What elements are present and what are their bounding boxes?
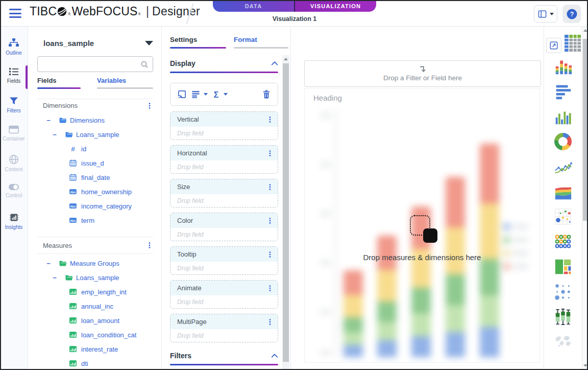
chart-type-horizontal-bar-icon[interactable] <box>553 82 573 101</box>
bucket-dropzone[interactable]: Drop field <box>170 228 278 241</box>
delete-button[interactable] <box>262 89 271 99</box>
scrollbar-thumb[interactable] <box>283 63 289 362</box>
tab-variables[interactable]: Variables <box>97 77 153 89</box>
bucket-horizontal[interactable]: Horizontal Drop field <box>170 145 278 174</box>
kebab-menu-icon[interactable] <box>146 241 153 249</box>
bucket-dropzone[interactable]: Drop field <box>170 194 278 207</box>
field-item[interactable]: annual_inc <box>28 299 161 313</box>
bucket-animate[interactable]: Animate Drop field <box>170 280 278 309</box>
bucket-tooltip[interactable]: Tooltip Drop field <box>170 246 278 275</box>
field-item[interactable]: issue_d <box>28 156 161 170</box>
scroll-up-arrow[interactable] <box>583 29 587 32</box>
tab-visualization[interactable]: VISUALIZATION <box>294 0 376 12</box>
chart-type-boxplot-icon[interactable] <box>553 307 573 327</box>
window-scrollbar[interactable] <box>582 27 588 370</box>
chart-type-bubble-matrix-icon[interactable] <box>553 282 573 302</box>
chart-type-map-icon[interactable] <box>553 332 573 352</box>
tree-node-loans-sample[interactable]: − Loans_sample <box>28 127 161 142</box>
field-item[interactable]: Abc home_ownership <box>28 184 161 199</box>
tree-node-dimensions[interactable]: − Dimensions <box>28 113 161 127</box>
bucket-dropzone[interactable]: Drop field <box>170 295 278 309</box>
kebab-menu-icon[interactable] <box>266 149 274 157</box>
display-section-header[interactable]: Display <box>170 59 278 67</box>
bucket-color[interactable]: Color Drop field <box>170 213 278 241</box>
chart-type-ring-matrix-icon[interactable] <box>553 232 573 251</box>
bucket-dropzone[interactable]: Drop field <box>170 127 278 140</box>
tree-node-measure-groups[interactable]: − Measure Groups <box>28 256 161 270</box>
chart-type-scatter-icon[interactable] <box>553 207 573 226</box>
filters-icon <box>9 96 19 106</box>
kebab-menu-icon[interactable] <box>266 183 274 191</box>
scrollbar-thumb[interactable] <box>583 39 588 221</box>
field-search-input[interactable] <box>37 56 153 72</box>
tab-format[interactable]: Format <box>234 36 288 49</box>
chevron-up-icon[interactable] <box>271 353 278 358</box>
tab-data[interactable]: DATA <box>213 0 294 12</box>
chart-type-vertical-bar-icon[interactable] <box>553 107 573 126</box>
date-field-icon <box>69 173 77 181</box>
sidebar-item-filters[interactable]: Filters <box>0 93 28 122</box>
sidebar-item-outline[interactable]: Outline <box>0 35 28 64</box>
chart-type-area-icon[interactable] <box>553 182 573 201</box>
app-logo: TIBC®WebFOCUS®|Designer <box>30 5 200 18</box>
tab-settings[interactable]: Settings <box>170 36 226 49</box>
sidebar-item-insights[interactable]: Insights <box>0 210 28 239</box>
hamburger-menu-icon[interactable] <box>9 8 21 19</box>
fields-variables-tabs: Fields Variables <box>28 77 161 92</box>
kebab-menu-icon[interactable] <box>266 284 274 292</box>
field-item[interactable]: loan_amount <box>28 313 161 328</box>
kebab-menu-icon[interactable] <box>146 102 153 110</box>
bucket-dropzone[interactable]: Drop field <box>170 262 278 275</box>
field-item[interactable]: Abc income_category <box>28 199 161 213</box>
collapse-icon[interactable]: − <box>51 131 58 138</box>
bucket-vertical[interactable]: Vertical Drop field <box>170 111 278 140</box>
collapse-icon[interactable]: − <box>45 117 52 124</box>
bucket-multipage[interactable]: MultiPage Drop field <box>170 314 278 342</box>
aggregation-button[interactable]: Σ <box>212 89 228 99</box>
field-item[interactable]: Abc term <box>28 213 161 227</box>
field-item[interactable]: loan_condition_cat <box>28 328 161 342</box>
kebab-menu-icon[interactable] <box>266 115 274 124</box>
filters-section-header[interactable]: Filters <box>170 352 278 360</box>
collapse-icon[interactable]: − <box>51 274 58 282</box>
field-item[interactable]: interest_rate <box>28 342 161 356</box>
chart-placeholder-card[interactable]: Heading Drop measures & dimensions here <box>304 88 540 363</box>
outline-icon <box>8 38 19 48</box>
bucket-dropzone[interactable]: Drop field <box>170 329 278 342</box>
chart-type-treemap-icon[interactable] <box>553 257 573 276</box>
annotation-button[interactable] <box>177 89 187 99</box>
visualization-canvas: Live data: 1000 Output Format: HTML5 Dro… <box>291 27 544 370</box>
chart-type-line-icon[interactable] <box>553 157 573 176</box>
kebab-menu-icon[interactable] <box>266 318 274 326</box>
field-item[interactable]: final_date <box>28 170 161 184</box>
settings-scrollbar[interactable] <box>282 55 289 370</box>
active-nav-indicator <box>26 65 28 89</box>
field-item[interactable]: emp_length_int <box>28 285 161 299</box>
layout-options-button[interactable] <box>534 5 557 22</box>
chevron-down-icon <box>145 41 153 45</box>
scroll-up-arrow[interactable] <box>284 58 288 60</box>
chart-type-donut-icon[interactable] <box>553 132 573 151</box>
expand-canvas-button[interactable] <box>546 38 561 53</box>
kebab-menu-icon[interactable] <box>266 217 274 225</box>
help-button[interactable]: ? <box>562 5 581 23</box>
bucket-dropzone[interactable]: Drop field <box>170 160 278 174</box>
datasource-selector[interactable]: loans_sample <box>43 39 153 48</box>
tree-node-loans-sample-measures[interactable]: − Loans_sample <box>28 270 161 285</box>
tab-fields[interactable]: Fields <box>37 77 81 89</box>
legend-position-button[interactable] <box>191 90 208 99</box>
field-item[interactable]: dti <box>28 356 161 370</box>
annotation-icon <box>177 89 187 99</box>
chevron-up-icon[interactable] <box>271 61 278 66</box>
scroll-down-arrow[interactable] <box>583 364 587 367</box>
chart-type-table-icon[interactable] <box>562 33 582 53</box>
chart-type-stacked-bar-icon[interactable] <box>553 57 573 76</box>
collapse-icon[interactable]: − <box>45 260 52 267</box>
content-icon <box>9 154 19 165</box>
bucket-size[interactable]: Size Drop field <box>170 179 278 207</box>
logo-separator: | <box>146 5 149 18</box>
filter-dropzone[interactable]: Drop a Filter or Field here <box>304 60 541 87</box>
kebab-menu-icon[interactable] <box>266 250 274 259</box>
field-item[interactable]: # id <box>28 142 161 156</box>
sidebar-item-fields[interactable]: Fields <box>0 64 28 93</box>
